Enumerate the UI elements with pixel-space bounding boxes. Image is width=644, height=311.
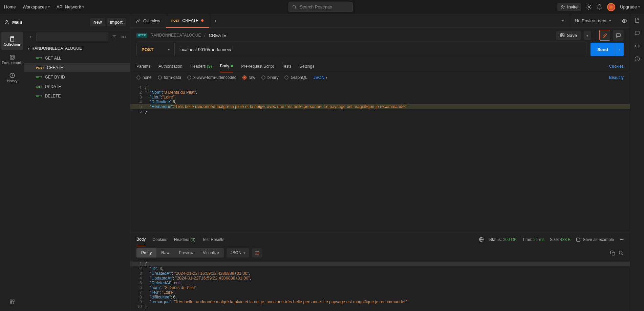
- sidebar-more-icon[interactable]: •••: [120, 33, 127, 41]
- import-button[interactable]: Import: [107, 18, 126, 26]
- docs-icon[interactable]: [635, 18, 640, 23]
- svg-rect-12: [10, 302, 12, 304]
- tabs-dropdown[interactable]: ▾: [562, 19, 564, 23]
- send-button[interactable]: Send ▾: [591, 43, 624, 56]
- tab-headers[interactable]: Headers (9): [190, 60, 212, 72]
- tree-item[interactable]: GETDELETE: [24, 91, 130, 101]
- cookies-link[interactable]: Cookies: [609, 64, 624, 69]
- comment-button[interactable]: [613, 30, 624, 41]
- svg-rect-11: [13, 300, 14, 302]
- code-icon[interactable]: [635, 43, 640, 49]
- add-collection-button[interactable]: ＋: [27, 32, 34, 41]
- comments-icon[interactable]: [635, 30, 640, 36]
- notifications-icon[interactable]: [597, 4, 602, 10]
- resp-tab-headers[interactable]: Headers (3): [174, 233, 195, 246]
- rail-collections[interactable]: Collections: [1, 32, 23, 50]
- workspace-icon: [4, 20, 9, 25]
- resp-more-icon[interactable]: •••: [619, 237, 624, 242]
- comment-icon: [616, 33, 621, 38]
- edit-mode-button[interactable]: [599, 30, 610, 41]
- tree-item[interactable]: POSTCREATE: [24, 63, 130, 72]
- pencil-icon: [602, 33, 607, 38]
- collections-icon: [9, 36, 15, 42]
- send-more-button[interactable]: ▾: [615, 43, 624, 56]
- svg-rect-7: [10, 55, 14, 59]
- copy-response-button[interactable]: [610, 250, 615, 256]
- tab-body[interactable]: Body: [220, 60, 233, 72]
- resp-tab-body[interactable]: Body: [136, 233, 146, 246]
- tab-overview[interactable]: Overview: [130, 14, 166, 28]
- collection-folder[interactable]: ▾RANDONNEECATALOGUE: [24, 43, 130, 53]
- tab-params[interactable]: Params: [136, 60, 150, 72]
- wrap-icon: [255, 250, 260, 256]
- rail-history[interactable]: History: [1, 68, 23, 87]
- info-icon[interactable]: [635, 56, 640, 62]
- breadcrumb-parent[interactable]: RANDONNEECATALOGUE: [151, 33, 201, 38]
- nav-home[interactable]: Home: [4, 4, 16, 9]
- tree-item[interactable]: GETGET ALL: [24, 53, 130, 63]
- tab-add-button[interactable]: ＋: [209, 18, 222, 24]
- tab-request[interactable]: POST CREATE: [166, 14, 209, 28]
- save-example-button[interactable]: Save as example: [576, 237, 614, 242]
- filter-icon[interactable]: [110, 33, 118, 41]
- method-selector[interactable]: POST▾: [137, 43, 175, 56]
- settings-icon[interactable]: [586, 4, 592, 10]
- avatar[interactable]: [607, 3, 615, 11]
- response-body-editor[interactable]: 1{2 "ID": 4,3 "CreatedAt": "2024-01-22T1…: [130, 260, 630, 311]
- save-icon: [560, 33, 565, 38]
- upgrade-button[interactable]: Upgrade ▾: [620, 4, 640, 9]
- fmt-preview[interactable]: Preview: [174, 248, 198, 258]
- tab-prereq[interactable]: Pre-request Script: [241, 60, 274, 72]
- env-preview-icon[interactable]: [622, 18, 627, 24]
- svg-point-0: [293, 5, 296, 8]
- search-icon: [292, 5, 297, 9]
- search-input[interactable]: Search Postman: [288, 2, 353, 12]
- save-icon: [576, 237, 581, 242]
- tree-item[interactable]: GETGET BY ID: [24, 72, 130, 82]
- resp-type-selector[interactable]: JSON▾: [227, 248, 249, 258]
- new-button[interactable]: New: [90, 18, 105, 26]
- tree-item[interactable]: GETUPDATE: [24, 82, 130, 91]
- fmt-visualize[interactable]: Visualize: [198, 248, 224, 258]
- request-body-editor[interactable]: 1{2····"Nom":"3 Dents du Pilat",3····"Li…: [130, 83, 630, 232]
- environment-selector[interactable]: No Environment▾: [570, 14, 616, 28]
- invite-button[interactable]: Invite: [557, 3, 581, 11]
- resp-tab-tests[interactable]: Test Results: [202, 233, 224, 246]
- radio-raw[interactable]: raw: [242, 75, 255, 80]
- history-icon: [9, 72, 15, 79]
- svg-point-5: [588, 6, 590, 8]
- radio-urlencoded[interactable]: x-www-form-urlencoded: [187, 75, 236, 80]
- radio-graphql[interactable]: GraphQL: [284, 75, 307, 80]
- tab-settings[interactable]: Settings: [300, 60, 314, 72]
- save-button[interactable]: Save: [556, 31, 581, 40]
- grid-add-icon: [9, 299, 15, 305]
- radio-form-data[interactable]: form-data: [158, 75, 181, 80]
- rail-environments[interactable]: Environments: [1, 50, 23, 68]
- rail-add[interactable]: [1, 293, 23, 311]
- resp-tab-cookies[interactable]: Cookies: [152, 233, 167, 246]
- nav-api-network[interactable]: API Network ▾: [57, 4, 84, 9]
- svg-point-18: [624, 20, 625, 22]
- search-response-button[interactable]: [619, 250, 624, 256]
- save-more-button[interactable]: ▾: [584, 31, 591, 40]
- tab-auth[interactable]: Authorization: [158, 60, 182, 72]
- svg-point-24: [619, 251, 622, 254]
- svg-line-25: [622, 253, 623, 255]
- radio-none[interactable]: none: [136, 75, 152, 80]
- sidebar-search[interactable]: [36, 32, 108, 41]
- fmt-pretty[interactable]: Pretty: [136, 248, 156, 258]
- unsaved-dot-icon: [201, 19, 203, 22]
- copy-icon: [610, 250, 615, 256]
- size-label: Size: 433 B: [550, 237, 571, 242]
- wrap-lines-button[interactable]: [252, 248, 262, 258]
- url-input[interactable]: localhost:9010/randonnee/: [175, 43, 587, 56]
- tab-tests[interactable]: Tests: [282, 60, 292, 72]
- fmt-raw[interactable]: Raw: [156, 248, 174, 258]
- raw-type-selector[interactable]: JSON▾: [314, 75, 327, 80]
- link-icon: [136, 19, 141, 23]
- globe-icon[interactable]: [479, 237, 484, 242]
- nav-workspaces[interactable]: Workspaces ▾: [23, 4, 50, 9]
- svg-point-2: [562, 5, 563, 7]
- beautify-link[interactable]: Beautify: [609, 75, 624, 80]
- radio-binary[interactable]: binary: [261, 75, 279, 80]
